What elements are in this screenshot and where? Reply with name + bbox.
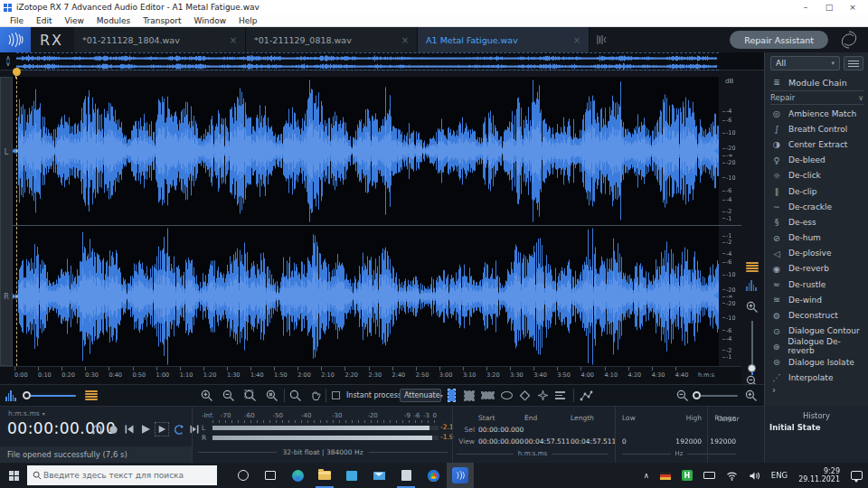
wifi-icon[interactable]: [721, 463, 743, 488]
repair-section-header[interactable]: Repair ∨: [770, 91, 863, 105]
module-item-de-ess[interactable]: §De-ess: [770, 214, 863, 230]
time-selection-tool[interactable]: [448, 385, 455, 406]
tray-device-icon[interactable]: [698, 463, 721, 488]
module-item-de-clip[interactable]: ‖De-clip: [770, 183, 863, 199]
module-item-de-reverb[interactable]: ◉De-reverb: [770, 261, 863, 277]
repair-assistant-button[interactable]: Repair Assistant: [730, 31, 828, 49]
cortana-button[interactable]: [230, 463, 257, 488]
magic-wand-tool[interactable]: [537, 385, 549, 406]
view-row[interactable]: View 00:00:00.000 00:04:57.511 00:04:57.…: [457, 436, 617, 447]
loop-playback-button[interactable]: [172, 423, 184, 436]
time-ruler[interactable]: 0:000:100:200:300:400:501:001:101:201:30…: [0, 366, 741, 384]
tab-overflow-icon[interactable]: [590, 27, 613, 52]
module-item-de-click[interactable]: ☼De-click: [770, 168, 863, 183]
tray-expand-icon[interactable]: ∧: [638, 463, 655, 488]
rx7-taskbar-icon[interactable]: [447, 463, 474, 488]
store-icon[interactable]: [338, 463, 365, 488]
module-item-dialogue-de-reverb[interactable]: ⊛Dialogue De-reverb: [770, 339, 863, 354]
tab-close-icon[interactable]: ×: [230, 35, 237, 45]
horizontal-zoom-out-button[interactable]: [676, 385, 689, 406]
channel-label-left[interactable]: L: [1, 148, 12, 156]
channel-label-right[interactable]: R: [1, 293, 12, 301]
edge-icon[interactable]: [284, 463, 311, 488]
module-item-de-hum[interactable]: ⊘De-hum: [770, 230, 863, 246]
module-list-more-icon[interactable]: ›: [770, 385, 863, 398]
zoom-to-selection-button[interactable]: [244, 385, 257, 406]
tray-flag-icon[interactable]: [655, 463, 676, 488]
task-view-button[interactable]: [257, 463, 284, 488]
menu-item-transport[interactable]: Transport: [137, 16, 187, 25]
monitor-button[interactable]: [90, 423, 103, 436]
module-item-de-crackle[interactable]: ∼De-crackle: [770, 199, 863, 214]
instant-process-mode-select[interactable]: Attenuate▾: [400, 385, 441, 406]
playhead-pin[interactable]: [13, 68, 21, 76]
spectrogram-blend-icon[interactable]: [746, 262, 759, 273]
module-item-de-rustle[interactable]: ≈De-rustle: [770, 277, 863, 292]
tab-close-icon[interactable]: ×: [573, 35, 580, 45]
tab-close-icon[interactable]: ×: [401, 35, 409, 45]
waveform-overview[interactable]: ∧∨: [0, 52, 764, 70]
magnify-tool[interactable]: [289, 385, 302, 406]
time-frequency-selection-tool[interactable]: [465, 385, 474, 406]
module-chain-item[interactable]: ≣ Module Chain: [770, 74, 863, 91]
menu-item-edit[interactable]: Edit: [30, 16, 58, 25]
module-item-dialogue-isolate[interactable]: ⊜Dialogue Isolate: [770, 354, 863, 370]
chrome-icon[interactable]: [420, 463, 447, 488]
file-explorer-icon[interactable]: [311, 463, 338, 488]
hand-tool[interactable]: [309, 385, 322, 406]
taskbar-search[interactable]: [27, 465, 217, 485]
history-item[interactable]: Initial State: [765, 420, 868, 432]
play-selection-button[interactable]: [156, 423, 168, 436]
lasso-selection-tool[interactable]: [501, 385, 513, 406]
module-item-de-bleed[interactable]: ♀De-bleed: [770, 153, 863, 168]
horizontal-zoom-slider[interactable]: [693, 385, 738, 406]
waveform-spectrogram-blend-slider[interactable]: [25, 385, 76, 406]
menu-item-help[interactable]: Help: [232, 16, 264, 25]
maximize-button[interactable]: □: [817, 0, 841, 14]
selection-row[interactable]: Sel 00:00:00.000: [457, 424, 617, 436]
record-button[interactable]: [107, 423, 119, 436]
module-item-ambience-match[interactable]: ◎Ambience Match: [770, 106, 863, 121]
waveform-blend-icon[interactable]: [746, 280, 759, 291]
start-button[interactable]: [0, 463, 27, 488]
notepad-icon[interactable]: [392, 463, 420, 488]
tray-handbrake-icon[interactable]: H: [676, 463, 698, 488]
harmonics-selection-tool[interactable]: [555, 385, 565, 406]
vertical-zoom-slider[interactable]: [751, 321, 753, 371]
search-input[interactable]: [42, 470, 204, 481]
menu-item-view[interactable]: View: [59, 16, 90, 25]
horizontal-zoom-in-button[interactable]: [745, 385, 758, 406]
file-tab-2[interactable]: *01-211129_0818.wav×: [246, 27, 418, 52]
file-tab-1[interactable]: *01-211128_1804.wav×: [74, 27, 246, 52]
mail-icon[interactable]: [365, 463, 392, 488]
minimize-button[interactable]: –: [794, 0, 817, 14]
interpolate-points-tool[interactable]: [580, 385, 593, 406]
menu-item-file[interactable]: File: [4, 16, 30, 25]
module-item-de-wind[interactable]: ≋De-wind: [770, 292, 863, 307]
module-item-center-extract[interactable]: ◑Center Extract: [770, 136, 863, 152]
brush-selection-tool[interactable]: [519, 385, 531, 406]
time-format-select[interactable]: h:m:s.ms▾: [8, 409, 45, 418]
taskbar-clock[interactable]: 9:2929.11.2021: [793, 467, 845, 483]
zoom-fit-button[interactable]: [266, 385, 278, 406]
vertical-zoom-in-icon[interactable]: [746, 301, 759, 312]
overview-waveform[interactable]: [16, 54, 717, 70]
menu-item-modules[interactable]: Modules: [90, 16, 137, 25]
module-item-interpolate[interactable]: ⋰Interpolate: [770, 370, 863, 385]
module-item-deconstruct[interactable]: ⚙Deconstruct: [770, 307, 863, 323]
spectrogram-view-icon[interactable]: [85, 385, 98, 406]
module-item-dialogue-contour[interactable]: ⊙Dialogue Contour: [770, 324, 863, 339]
notification-center-icon[interactable]: [845, 463, 868, 488]
module-filter-select[interactable]: All ▾: [770, 56, 840, 70]
go-to-start-button[interactable]: [123, 423, 136, 436]
main-waveform[interactable]: [13, 77, 719, 366]
volume-icon[interactable]: [743, 463, 766, 488]
frequency-selection-tool[interactable]: [482, 385, 494, 406]
menu-item-window[interactable]: Window: [188, 16, 233, 25]
instant-process-checkbox[interactable]: [332, 385, 340, 406]
close-button[interactable]: ×: [841, 0, 864, 14]
waveform-view-icon[interactable]: [5, 385, 16, 406]
language-indicator[interactable]: ENG: [766, 463, 793, 488]
module-menu-icon[interactable]: [844, 56, 863, 70]
zoom-in-button[interactable]: [201, 385, 213, 406]
